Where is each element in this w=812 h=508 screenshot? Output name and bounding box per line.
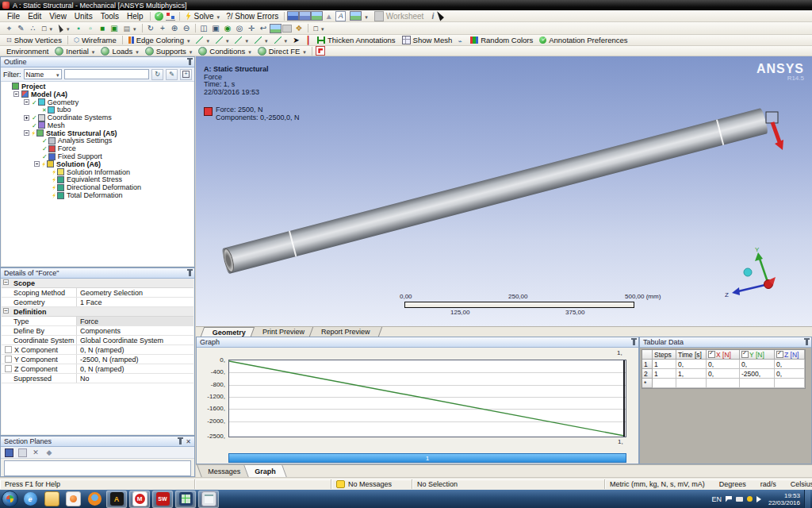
table-cell[interactable] — [775, 379, 805, 388]
table-cell[interactable] — [653, 379, 676, 388]
conditions-dropdown[interactable]: Conditions — [195, 46, 254, 56]
manage-views-icon[interactable] — [270, 23, 282, 33]
generate-icon[interactable] — [153, 11, 165, 21]
edge-filter-icon[interactable]: ▫ — [84, 23, 96, 33]
filter-input[interactable] — [64, 69, 150, 79]
table-cell[interactable]: 1 — [653, 360, 676, 369]
details-row-define-by[interactable]: Define ByComponents — [2, 326, 193, 336]
fe-icon[interactable] — [315, 46, 327, 56]
tree-item-directional-deformation[interactable]: Directional Deformation — [2, 183, 193, 191]
pan-icon[interactable]: + — [157, 23, 169, 33]
tab-graph[interactable]: Graph — [243, 465, 286, 477]
pin-icon[interactable] — [189, 271, 191, 276]
taskbar-solidworks[interactable] — [152, 491, 173, 508]
table-cell[interactable]: 1 — [653, 369, 676, 379]
box-select-dropdown[interactable]: □ — [39, 24, 56, 33]
connections-icon[interactable] — [165, 11, 177, 21]
graphics-viewport[interactable]: A: Static Structural Force Time: 1, s 22… — [196, 56, 812, 326]
y-checkbox[interactable] — [741, 351, 749, 358]
tab-geometry[interactable]: Geometry — [201, 327, 258, 337]
status-messages[interactable]: No Messages — [331, 479, 412, 489]
viewports-dropdown[interactable]: □ — [311, 24, 327, 33]
tag-icon[interactable]: ❖ — [293, 23, 305, 33]
graph-plot-area[interactable] — [228, 360, 626, 437]
details-row-y-component[interactable]: Y Component-2500, N (ramped) — [2, 355, 193, 364]
worksheet-button[interactable]: Worksheet — [371, 11, 427, 21]
image-dropdown[interactable] — [347, 11, 371, 21]
taskbar-mechanical[interactable] — [129, 491, 150, 508]
coordinate-pick-icon[interactable]: ∴ — [27, 23, 39, 33]
menu-view[interactable]: View — [45, 12, 71, 21]
refresh-button[interactable] — [151, 69, 163, 80]
edge-coloring-dropdown[interactable]: Edge Coloring — [125, 36, 193, 45]
zoom-previous-icon[interactable]: ◎ — [234, 23, 246, 33]
details-row-suppressed[interactable]: SuppressedNo — [2, 374, 193, 383]
table-cell[interactable]: 0, — [707, 369, 740, 379]
triad-y-axis[interactable] — [760, 259, 768, 284]
details-row-geometry[interactable]: Geometry1 Face — [2, 298, 193, 307]
start-button[interactable] — [2, 491, 18, 507]
edge-option-3-dropdown[interactable] — [232, 36, 251, 45]
edge-option-4-dropdown[interactable] — [251, 36, 271, 45]
new-section-plane-icon[interactable] — [4, 448, 13, 457]
new-section-icon[interactable] — [299, 11, 311, 21]
text-annotation-icon[interactable] — [335, 11, 347, 21]
copy-section-plane-icon[interactable] — [17, 448, 27, 457]
title-bar[interactable]: A : Static Structural - Mechanical [ANSY… — [0, 0, 812, 10]
tab-print-preview[interactable]: Print Preview — [251, 327, 316, 337]
image-capture-icon[interactable] — [311, 11, 323, 21]
wireframe-button[interactable]: ⬡Wireframe — [71, 36, 120, 45]
table-cell[interactable]: 0, — [676, 360, 707, 369]
tree-item-force[interactable]: Force — [2, 144, 193, 152]
menu-tools[interactable]: Tools — [97, 12, 123, 21]
edit-filter-button[interactable] — [166, 69, 178, 80]
table-cell[interactable] — [740, 379, 775, 388]
section-planes-list[interactable] — [4, 460, 191, 476]
isometric-view-icon[interactable]: ✛ — [246, 23, 258, 33]
new-chart-icon[interactable] — [287, 11, 299, 21]
triad-z-axis[interactable] — [738, 284, 768, 291]
details-row-z-component[interactable]: Z Component0, N (ramped) — [2, 364, 193, 374]
details-row-coordinate-system[interactable]: Coordinate SystemGlobal Coordinate Syste… — [2, 336, 193, 345]
filter-type-select[interactable]: Name — [24, 69, 62, 79]
row-header[interactable]: * — [642, 379, 653, 388]
section-planes-header[interactable]: Section Planes — [1, 437, 194, 447]
tree-item-fixed-support[interactable]: Fixed Support — [2, 152, 193, 160]
table-cell[interactable]: 0, — [775, 369, 805, 379]
z-checkbox[interactable] — [776, 351, 783, 358]
details-header[interactable]: Details of "Force" — [1, 268, 194, 279]
tree-item-total-deformation[interactable]: Total Deformation — [2, 191, 193, 199]
taskbar-media-player[interactable] — [63, 491, 82, 507]
status-units[interactable]: Metric (mm, kg, N, s, mV, mA) Degrees ra… — [605, 479, 812, 489]
col-header-time[interactable]: Time [s] — [676, 350, 707, 360]
tree-item-tubo[interactable]: tubo — [2, 106, 193, 114]
probe-icon[interactable] — [455, 35, 467, 45]
collapse-icon[interactable] — [24, 99, 29, 105]
table-cell[interactable]: 1, — [676, 369, 707, 379]
pin-icon[interactable] — [189, 60, 191, 65]
vertex-filter-icon[interactable]: ▪ — [72, 23, 84, 33]
row-header[interactable]: 2 — [642, 369, 653, 379]
face-filter-icon[interactable]: ■ — [96, 23, 108, 33]
inertial-dropdown[interactable]: Inertial — [52, 46, 98, 56]
taskbar-explorer[interactable] — [42, 491, 61, 507]
tree-item-solution-information[interactable]: Solution Information — [2, 168, 193, 176]
taskbar-firefox[interactable] — [85, 491, 104, 507]
update-icon[interactable] — [747, 496, 753, 502]
col-header-steps[interactable]: Steps — [653, 350, 676, 360]
taskbar-workbench[interactable] — [175, 491, 196, 508]
assembly-center-icon[interactable]: ┃ — [302, 35, 314, 45]
tab-report-preview[interactable]: Report Preview — [309, 327, 382, 337]
tube-model[interactable] — [221, 108, 769, 275]
annotation-preferences-button[interactable]: Annotation Preferences — [536, 36, 630, 45]
row-header[interactable]: 1 — [642, 360, 653, 369]
delete-section-plane-icon[interactable] — [31, 448, 40, 457]
menu-help[interactable]: Help — [123, 12, 147, 21]
previous-view-icon[interactable]: ↩ — [258, 23, 270, 33]
expand-icon[interactable] — [24, 115, 29, 121]
table-cell[interactable]: 0, — [775, 360, 805, 369]
tree-item-solution[interactable]: Solution (A6) — [2, 160, 193, 168]
collapse-icon[interactable] — [34, 161, 40, 167]
random-colors-button[interactable]: Random Colors — [467, 36, 536, 45]
collapse-icon[interactable] — [13, 91, 19, 97]
